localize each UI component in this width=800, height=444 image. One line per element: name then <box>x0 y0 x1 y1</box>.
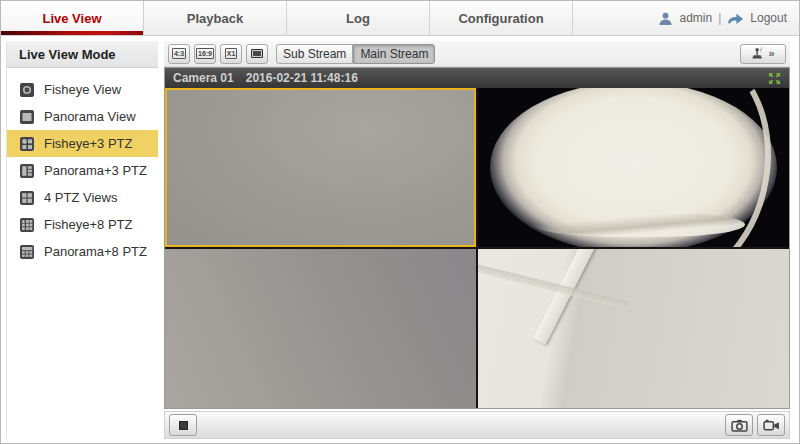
tab-live-view[interactable]: Live View <box>1 1 144 35</box>
mode-label: Panorama+3 PTZ <box>44 163 147 178</box>
snapshot-icon <box>731 419 748 432</box>
capture-snapshot-button[interactable] <box>725 414 753 436</box>
tab-log-label: Log <box>346 11 370 26</box>
mode-label: Panorama View <box>44 109 136 124</box>
mode-label: Fisheye View <box>44 82 121 97</box>
mode-fisheye-view[interactable]: Fisheye View <box>7 76 158 103</box>
video-pane-top-right-fisheye[interactable] <box>478 88 789 247</box>
self-adaptive-button[interactable] <box>246 44 268 64</box>
tab-live-view-label: Live View <box>42 11 101 26</box>
tab-playback[interactable]: Playback <box>144 1 287 35</box>
live-view-window: Live View Playback Log Configuration adm… <box>0 0 800 444</box>
video-area: Camera 01 2016-02-21 11:48:16 <box>164 67 790 409</box>
aspect-16-9-button[interactable]: 16:9 <box>194 44 216 64</box>
tab-log[interactable]: Log <box>287 1 430 35</box>
timestamp-label: 2016-02-21 11:48:16 <box>246 71 358 85</box>
aspect-4-3-icon: 4:3 <box>172 48 186 59</box>
stream-switch: Sub Stream Main Stream <box>276 44 435 64</box>
ptz-panel-button[interactable]: » <box>740 44 786 64</box>
fisheye-8ptz-icon <box>19 217 35 233</box>
fullscreen-icon[interactable] <box>768 72 781 85</box>
mode-fisheye-8ptz[interactable]: Fisheye+8 PTZ <box>7 211 158 238</box>
stop-icon <box>179 421 188 430</box>
tab-configuration-label: Configuration <box>458 11 543 26</box>
mode-label: Fisheye+8 PTZ <box>44 217 133 232</box>
view-mode-list: Fisheye View Panorama View <box>7 68 158 265</box>
sidebar-header-label: Live View Mode <box>19 47 116 62</box>
video-pane-bottom-right[interactable] <box>478 249 789 408</box>
panorama-view-icon <box>19 109 35 125</box>
live-view-mode-panel: Live View Mode Fisheye View <box>6 41 158 439</box>
nav-separator: | <box>718 11 721 25</box>
zoom-x1-icon: X1 <box>225 48 238 59</box>
user-icon <box>658 11 673 26</box>
panorama-8ptz-icon <box>19 244 35 260</box>
4ptz-views-icon <box>19 190 35 206</box>
main-stream-button[interactable]: Main Stream <box>353 44 435 64</box>
playback-control-bar <box>164 411 790 439</box>
panorama-3ptz-icon <box>19 163 35 179</box>
mode-panorama-view[interactable]: Panorama View <box>7 103 158 130</box>
mode-panorama-3ptz[interactable]: Panorama+3 PTZ <box>7 157 158 184</box>
active-tab-underline <box>1 31 143 35</box>
mode-4ptz-views[interactable]: 4 PTZ Views <box>7 184 158 211</box>
record-icon <box>763 419 780 432</box>
original-size-button[interactable]: X1 <box>220 44 242 64</box>
mode-label: 4 PTZ Views <box>44 190 117 205</box>
self-adaptive-icon <box>251 49 263 58</box>
fisheye-floor-arc <box>534 212 746 237</box>
start-recording-button[interactable] <box>757 414 785 436</box>
sub-stream-button[interactable]: Sub Stream <box>276 44 353 64</box>
logout-label[interactable]: Logout <box>750 11 787 25</box>
fisheye-3ptz-icon <box>19 136 35 152</box>
video-pane-top-left-selected[interactable] <box>165 88 476 247</box>
live-view-toolbar: 4:3 16:9 X1 Sub Stream Main Stream <box>164 41 790 67</box>
sidebar-header: Live View Mode <box>7 41 158 68</box>
video-grid <box>165 88 789 408</box>
username-label: admin <box>679 11 712 25</box>
fisheye-view-icon <box>19 82 35 98</box>
camera-name-label: Camera 01 <box>173 71 234 85</box>
stop-live-view-button[interactable] <box>169 414 197 436</box>
tab-playback-label: Playback <box>187 11 243 26</box>
tab-configuration[interactable]: Configuration <box>430 1 573 35</box>
mode-label: Fisheye+3 PTZ <box>44 136 133 151</box>
video-osd-bar: Camera 01 2016-02-21 11:48:16 <box>165 68 789 88</box>
top-nav: Live View Playback Log Configuration adm… <box>1 1 799 36</box>
video-pane-bottom-left[interactable] <box>165 249 476 408</box>
mode-panorama-8ptz[interactable]: Panorama+8 PTZ <box>7 238 158 265</box>
sub-stream-label: Sub Stream <box>283 47 346 61</box>
aspect-4-3-button[interactable]: 4:3 <box>168 44 190 64</box>
aspect-16-9-icon: 16:9 <box>196 48 214 59</box>
content-area: Live View Mode Fisheye View <box>6 41 790 439</box>
mode-fisheye-3ptz[interactable]: Fisheye+3 PTZ <box>7 130 158 157</box>
nav-user-area: admin | Logout <box>573 1 799 35</box>
expand-chevrons-icon: » <box>768 48 774 59</box>
main-stream-label: Main Stream <box>360 47 428 61</box>
logout-icon[interactable] <box>727 12 744 25</box>
mode-label: Panorama+8 PTZ <box>44 244 147 259</box>
live-view-main: 4:3 16:9 X1 Sub Stream Main Stream <box>164 41 790 439</box>
ptz-joystick-icon <box>751 47 765 61</box>
